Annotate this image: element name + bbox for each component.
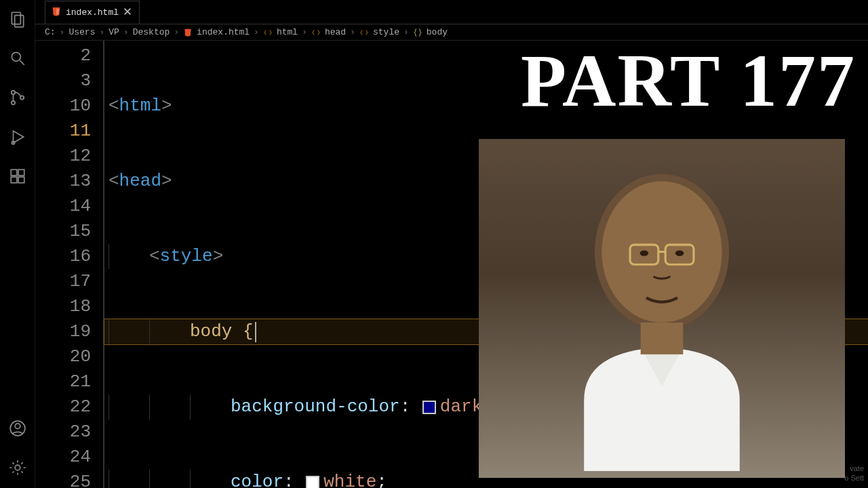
search-icon[interactable] [4,45,31,72]
svg-point-14 [15,424,20,429]
line-number: 25 [35,470,91,488]
breadcrumb-segment[interactable]: html [277,27,298,37]
svg-point-15 [15,465,20,470]
line-number-gutter: 2 3 10 11 12 13 14 15 16 17 18 19 20 21 … [35,41,103,488]
line-number: 3 [35,68,91,94]
code-tag-icon [311,27,321,37]
line-number: 12 [35,144,91,169]
tab-label: index.html [66,7,119,18]
person-silhouette-icon [519,146,804,471]
line-number: 19 [35,319,91,344]
line-number: 13 [35,169,91,194]
run-debug-icon[interactable] [4,123,31,150]
svg-point-24 [675,250,684,256]
accounts-icon[interactable] [4,415,31,442]
color-swatch-icon[interactable] [306,476,319,489]
breadcrumb-segment[interactable]: head [325,27,346,37]
line-number: 10 [35,94,91,119]
color-swatch-icon[interactable] [422,401,436,414]
explorer-icon[interactable] [4,5,31,33]
svg-point-6 [20,96,23,99]
source-control-icon[interactable] [4,84,31,111]
video-title-overlay: PART 177 [521,38,856,124]
svg-marker-7 [13,131,23,142]
css-rule-icon [413,27,422,37]
svg-line-3 [20,60,24,65]
close-icon[interactable] [123,7,132,19]
line-number: 18 [35,294,91,319]
tab-bar: index.html [35,0,868,24]
breadcrumb-segment[interactable]: index.html [197,27,250,37]
svg-rect-25 [641,323,684,354]
svg-rect-12 [18,177,24,183]
svg-rect-9 [11,169,17,176]
svg-point-23 [640,250,649,256]
line-number: 20 [35,344,91,369]
line-number: 17 [35,269,91,294]
code-tag-icon [359,27,369,37]
svg-rect-0 [12,12,20,24]
editor-group: index.html C:› Users› VP› Desktop› index… [35,0,868,488]
activity-bar [0,0,35,488]
breadcrumb-segment[interactable]: style [373,27,399,37]
svg-rect-11 [11,177,17,183]
line-number: 22 [35,394,91,420]
code-tag-icon [263,27,273,37]
html-file-icon [183,27,193,37]
breadcrumb-segment[interactable]: Users [68,27,95,37]
text-cursor [255,322,256,342]
line-number: 24 [35,445,91,470]
breadcrumb-segment[interactable]: Desktop [133,27,170,37]
svg-rect-1 [14,16,23,27]
line-number: 21 [35,369,91,394]
tab-index-html[interactable]: index.html [45,1,140,24]
windows-watermark: vate o Sett [844,464,864,483]
line-number: 15 [35,219,91,244]
webcam-overlay [479,139,845,478]
line-number: 23 [35,420,91,445]
line-number: 14 [35,194,91,219]
extensions-icon[interactable] [4,163,31,190]
line-number: 2 [35,43,91,68]
svg-point-4 [11,91,14,94]
html-file-icon [51,6,62,20]
line-number: 11 [35,119,91,144]
line-number: 16 [35,244,91,269]
svg-point-5 [11,101,14,104]
svg-point-2 [12,52,20,61]
breadcrumb-segment[interactable]: C: [45,27,56,37]
settings-gear-icon[interactable] [4,454,31,481]
vscode-window: index.html C:› Users› VP› Desktop› index… [0,0,868,488]
svg-rect-10 [18,169,24,176]
breadcrumb-segment[interactable]: body [427,27,448,37]
breadcrumb-segment[interactable]: VP [108,27,119,37]
